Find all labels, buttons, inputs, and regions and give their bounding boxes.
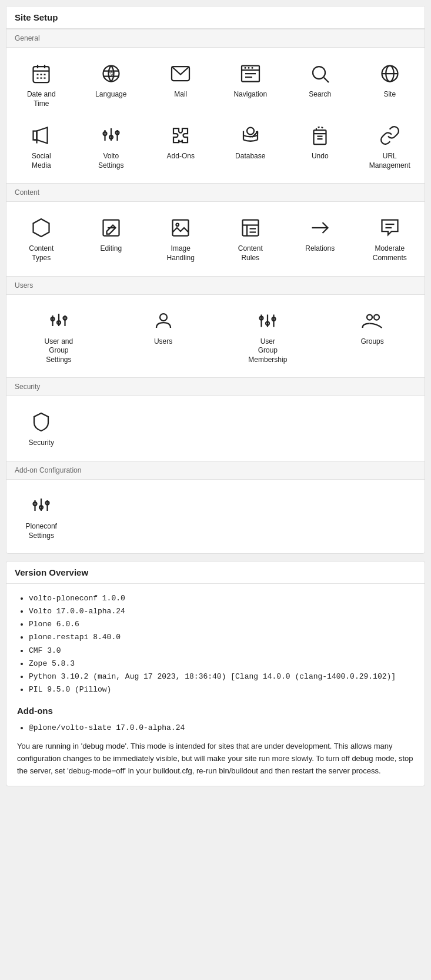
add-ons-item[interactable]: Add-Ons bbox=[146, 115, 216, 177]
version-item: Zope 5.8.3 bbox=[29, 657, 414, 670]
svg-point-17 bbox=[244, 67, 246, 69]
social-media-item[interactable]: SocialMedia bbox=[6, 115, 76, 177]
calendar-icon bbox=[28, 61, 54, 87]
mail-label: Mail bbox=[174, 90, 187, 99]
version-body: volto-ploneconf 1.0.0 Volto 17.0.0-alpha… bbox=[6, 584, 425, 786]
ploneconf-settings-item[interactable]: PloneconfSettings bbox=[6, 486, 76, 547]
groups-icon bbox=[359, 308, 385, 334]
url-management-label: URLManagement bbox=[369, 152, 410, 170]
content-rules-label: ContentRules bbox=[238, 244, 263, 263]
content-rules-icon bbox=[238, 215, 263, 241]
search-item[interactable]: Search bbox=[285, 54, 355, 115]
user-group-settings-icon bbox=[46, 308, 72, 334]
shield-icon bbox=[28, 409, 54, 435]
content-section-label: Content bbox=[6, 183, 425, 202]
security-grid: Security bbox=[6, 396, 425, 461]
debug-note: You are running in 'debug mode'. This mo… bbox=[17, 740, 414, 777]
language-icon: 文 bbox=[98, 61, 124, 87]
navigation-icon bbox=[238, 61, 263, 87]
svg-point-18 bbox=[248, 67, 249, 69]
navigation-item[interactable]: Navigation bbox=[216, 54, 286, 115]
users-grid: User andGroupSettings Users UserGroupMem… bbox=[6, 295, 425, 378]
add-ons-label: Add-Ons bbox=[167, 152, 195, 161]
version-item: Volto 17.0.0-alpha.24 bbox=[29, 605, 414, 618]
svg-point-19 bbox=[251, 67, 253, 69]
site-setup-card: Site Setup General Date andTime 文 Langua… bbox=[6, 6, 425, 554]
language-label: Language bbox=[95, 90, 126, 99]
svg-point-38 bbox=[247, 128, 254, 135]
security-section-label: Security bbox=[6, 377, 425, 396]
general-section-label: General bbox=[6, 29, 425, 48]
svg-rect-42 bbox=[314, 130, 326, 144]
ploneconf-settings-label: PloneconfSettings bbox=[26, 522, 57, 540]
database-icon bbox=[238, 122, 263, 148]
users-item[interactable]: Users bbox=[111, 301, 216, 372]
svg-point-50 bbox=[176, 224, 179, 227]
social-media-label: SocialMedia bbox=[32, 152, 51, 170]
url-management-icon bbox=[377, 122, 403, 148]
addon-version-item: @plone/volto-slate 17.0.0-alpha.24 bbox=[29, 722, 414, 735]
groups-item[interactable]: Groups bbox=[320, 301, 425, 372]
puzzle-icon bbox=[168, 122, 193, 148]
addon-version-list: @plone/volto-slate 17.0.0-alpha.24 bbox=[17, 722, 414, 735]
security-label: Security bbox=[29, 438, 54, 448]
addon-grid: PloneconfSettings bbox=[6, 480, 425, 553]
database-label: Database bbox=[235, 152, 265, 161]
version-item: plone.restapi 8.40.0 bbox=[29, 631, 414, 644]
undo-icon bbox=[307, 122, 333, 148]
undo-label: Undo bbox=[312, 152, 329, 161]
relations-label: Relations bbox=[305, 244, 335, 254]
user-group-membership-label: UserGroupMembership bbox=[248, 337, 287, 365]
svg-line-23 bbox=[324, 78, 329, 82]
moderate-comments-item[interactable]: ModerateComments bbox=[355, 208, 425, 270]
general-grid: Date andTime 文 Language Mail bbox=[6, 48, 425, 183]
undo-item[interactable]: Undo bbox=[285, 115, 355, 177]
groups-label: Groups bbox=[360, 337, 383, 347]
editing-label: Editing bbox=[100, 244, 122, 254]
svg-point-22 bbox=[313, 67, 325, 79]
language-item[interactable]: 文 Language bbox=[76, 54, 146, 115]
version-list: volto-ploneconf 1.0.0 Volto 17.0.0-alpha… bbox=[17, 592, 414, 696]
editing-item[interactable]: Editing bbox=[76, 208, 146, 270]
image-handling-item[interactable]: ImageHandling bbox=[146, 208, 216, 270]
mail-icon bbox=[168, 61, 193, 87]
moderate-comments-label: ModerateComments bbox=[373, 244, 407, 263]
security-item[interactable]: Security bbox=[6, 402, 76, 455]
site-label: Site bbox=[383, 90, 396, 99]
ploneconf-icon bbox=[28, 493, 54, 519]
svg-marker-46 bbox=[34, 219, 49, 237]
user-icon bbox=[151, 308, 176, 334]
version-item: Plone 6.0.6 bbox=[29, 618, 414, 631]
image-icon bbox=[168, 215, 193, 241]
globe-icon bbox=[377, 61, 403, 87]
image-handling-label: ImageHandling bbox=[167, 244, 195, 263]
addons-section-title: Add-ons bbox=[17, 703, 414, 719]
arrow-right-icon bbox=[307, 215, 333, 241]
content-types-item[interactable]: ContentTypes bbox=[6, 208, 76, 270]
sliders-icon bbox=[98, 122, 124, 148]
hexagon-icon bbox=[28, 215, 54, 241]
mail-item[interactable]: Mail bbox=[146, 54, 216, 115]
megaphone-icon bbox=[28, 122, 54, 148]
content-rules-item[interactable]: ContentRules bbox=[216, 208, 286, 270]
addon-config-section-label: Add-on Configuration bbox=[6, 461, 425, 480]
content-grid: ContentTypes Editing ImageHandling bbox=[6, 202, 425, 275]
svg-point-73 bbox=[374, 314, 379, 320]
site-item[interactable]: Site bbox=[355, 54, 425, 115]
date-time-item[interactable]: Date andTime bbox=[6, 54, 76, 115]
chat-icon bbox=[377, 215, 403, 241]
url-management-item[interactable]: URLManagement bbox=[355, 115, 425, 177]
database-item[interactable]: Database bbox=[216, 115, 286, 177]
version-overview-card: Version Overview volto-ploneconf 1.0.0 V… bbox=[6, 561, 425, 786]
search-icon bbox=[307, 61, 333, 87]
relations-item[interactable]: Relations bbox=[285, 208, 355, 270]
svg-point-72 bbox=[367, 314, 372, 320]
version-item: volto-ploneconf 1.0.0 bbox=[29, 592, 414, 605]
user-group-membership-icon bbox=[255, 308, 280, 334]
user-group-membership-item[interactable]: UserGroupMembership bbox=[216, 301, 320, 372]
user-group-settings-item[interactable]: User andGroupSettings bbox=[6, 301, 111, 372]
edit-icon bbox=[98, 215, 124, 241]
volto-settings-item[interactable]: VoltoSettings bbox=[76, 115, 146, 177]
content-types-label: ContentTypes bbox=[29, 244, 54, 263]
volto-settings-label: VoltoSettings bbox=[98, 152, 123, 170]
